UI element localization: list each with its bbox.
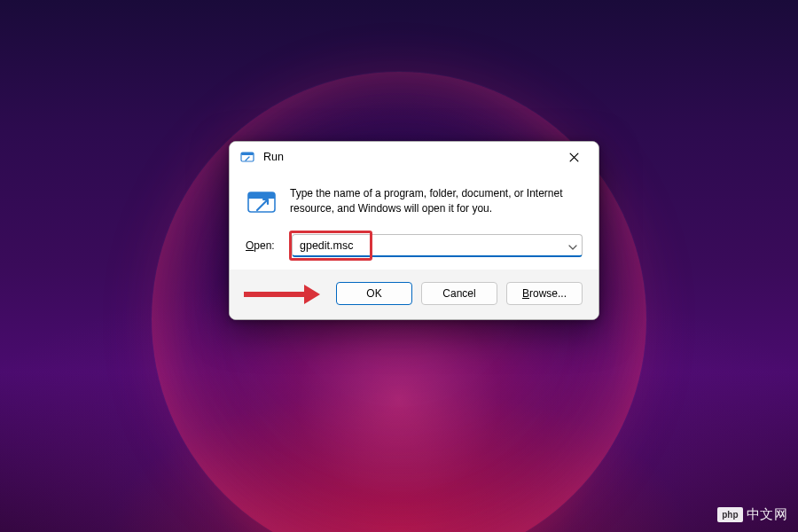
open-label: Open: (246, 239, 281, 252)
open-combobox[interactable] (292, 234, 583, 257)
ok-button[interactable]: OK (336, 282, 412, 305)
dialog-description: Type the name of a program, folder, docu… (290, 186, 583, 217)
svg-rect-1 (241, 153, 254, 155)
browse-button[interactable]: Browse... (506, 282, 583, 305)
close-icon (569, 153, 579, 162)
open-input[interactable] (292, 234, 583, 257)
annotation-arrow (244, 285, 320, 304)
svg-rect-4 (248, 197, 275, 199)
watermark-text: 中文网 (747, 506, 788, 523)
run-app-icon (240, 150, 254, 164)
cancel-button[interactable]: Cancel (421, 282, 497, 305)
run-large-icon (246, 186, 278, 218)
watermark-badge: php (717, 507, 742, 522)
button-bar: OK Cancel Browse... (230, 270, 598, 319)
close-button[interactable] (554, 144, 593, 170)
run-dialog: Run Type the name of a program, folder, … (229, 141, 599, 320)
dialog-title: Run (263, 151, 554, 163)
watermark: php 中文网 (717, 506, 787, 523)
titlebar[interactable]: Run (230, 142, 598, 172)
dialog-body: Type the name of a program, folder, docu… (230, 172, 598, 270)
